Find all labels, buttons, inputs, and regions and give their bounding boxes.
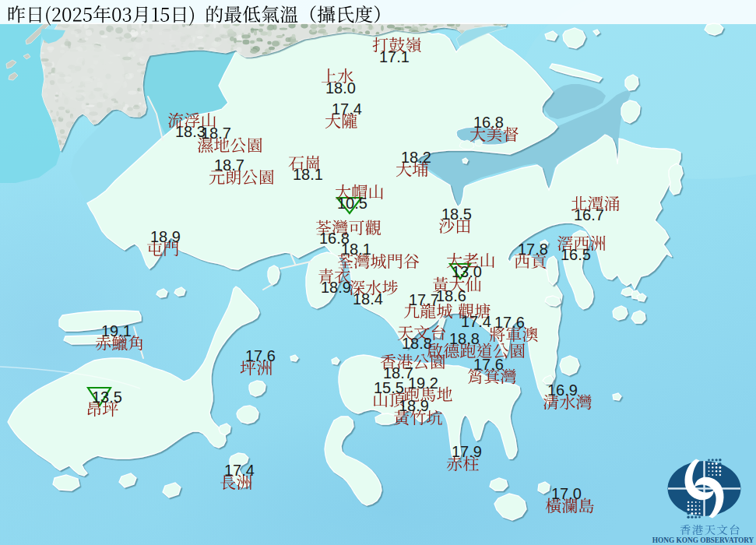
svg-text:18.8: 18.8 xyxy=(402,335,432,352)
svg-text:16.7: 16.7 xyxy=(574,206,604,223)
svg-text:18.4: 18.4 xyxy=(353,290,383,308)
svg-text:17.6: 17.6 xyxy=(245,347,276,364)
svg-text:18.9: 18.9 xyxy=(321,279,351,296)
svg-text:18.6: 18.6 xyxy=(436,287,466,304)
svg-text:17.6: 17.6 xyxy=(473,356,504,373)
svg-text:19.1: 19.1 xyxy=(101,322,132,339)
svg-text:10.5: 10.5 xyxy=(337,195,367,212)
svg-text:17.4: 17.4 xyxy=(332,100,362,118)
svg-text:19.2: 19.2 xyxy=(408,374,438,392)
svg-text:18.0: 18.0 xyxy=(325,79,356,97)
svg-text:17.9: 17.9 xyxy=(452,443,482,460)
svg-text:13.5: 13.5 xyxy=(92,389,122,406)
svg-text:18.1: 18.1 xyxy=(341,241,371,258)
svg-text:18.7: 18.7 xyxy=(214,156,244,174)
svg-text:18.7: 18.7 xyxy=(201,125,231,142)
svg-text:18.1: 18.1 xyxy=(293,166,323,183)
svg-text:17.8: 17.8 xyxy=(518,241,548,258)
svg-text:15.5: 15.5 xyxy=(374,379,404,396)
svg-text:18.9: 18.9 xyxy=(150,228,181,245)
svg-text:17.0: 17.0 xyxy=(551,485,582,502)
svg-text:18.2: 18.2 xyxy=(401,149,431,166)
svg-text:16.8: 16.8 xyxy=(473,114,504,131)
svg-text:17.1: 17.1 xyxy=(379,48,410,65)
svg-text:18.5: 18.5 xyxy=(441,206,472,223)
svg-text:18.8: 18.8 xyxy=(449,330,480,347)
svg-text:13.0: 13.0 xyxy=(452,263,482,280)
svg-text:17.6: 17.6 xyxy=(494,314,525,331)
svg-text:16.9: 16.9 xyxy=(547,382,578,399)
svg-text:HONG KONG OBSERVATORY: HONG KONG OBSERVATORY xyxy=(652,536,754,544)
svg-text:16.5: 16.5 xyxy=(561,246,591,263)
svg-text:17.4: 17.4 xyxy=(224,462,255,479)
svg-text:17.4: 17.4 xyxy=(461,313,491,330)
svg-text:18.9: 18.9 xyxy=(399,397,429,414)
svg-text:17.7: 17.7 xyxy=(409,291,439,308)
